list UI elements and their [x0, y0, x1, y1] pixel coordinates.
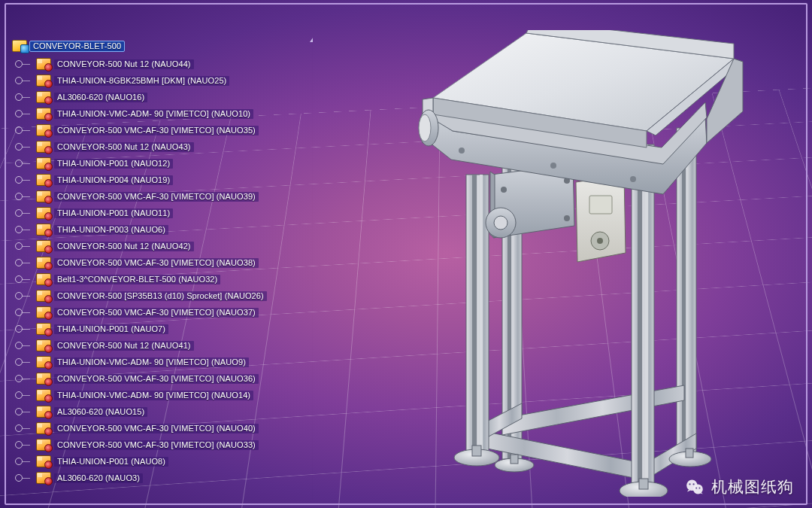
- tree-item-label: AL3060-620 (NAUO15): [54, 407, 147, 417]
- tree-item[interactable]: THIA-UNION-VMC-ADM- 90 [VIMETCO] (NAUO14…: [14, 387, 313, 403]
- tree-item-label: THIA-UNION-P004 (NAUO19): [54, 175, 173, 185]
- part-icon: [36, 174, 51, 186]
- tree-item-label: THIA-UNION-VMC-ADM- 90 [VIMETCO] (NAUO9): [54, 357, 249, 367]
- tree-item[interactable]: CONVEYOR-500 VMC-AF-30 [VIMETCO] (NAUO40…: [14, 420, 313, 437]
- wechat-icon: [684, 476, 705, 497]
- tree-root-node[interactable]: CONVEYOR-BLET-500: [12, 38, 313, 54]
- tree-item[interactable]: AL3060-620 (NAUO3): [14, 470, 313, 486]
- part-icon: [36, 75, 51, 87]
- tree-item[interactable]: THIA-UNION-VMC-ADM- 90 [VIMETCO] (NAUO9): [14, 354, 313, 370]
- tree-item[interactable]: THIA-UNION-VMC-ADM- 90 [VIMETCO] (NAUO10…: [14, 105, 313, 122]
- tree-connector: [14, 239, 33, 254]
- tree-connector: [14, 371, 33, 386]
- part-icon: [36, 389, 51, 401]
- tree-connector: [14, 139, 33, 154]
- svg-point-48: [689, 483, 690, 485]
- tree-item-label: THIA-UNION-P001 (NAUO8): [54, 457, 168, 467]
- tree-connector: [14, 288, 33, 303]
- tree-item[interactable]: CONVEYOR-500 Nut 12 (NAUO43): [14, 138, 313, 155]
- tree-connector: [14, 222, 33, 237]
- tree-connector: [14, 123, 33, 138]
- tree-item-label: AL3060-620 (NAUO16): [54, 93, 147, 102]
- tree-item-label: CONVEYOR-500 VMC-AF-30 [VIMETCO] (NAUO40…: [54, 424, 259, 433]
- tree-item[interactable]: CONVEYOR-500 VMC-AF-30 [VIMETCO] (NAUO37…: [14, 304, 313, 321]
- tree-item-label: THIA-UNION-P001 (NAUO11): [54, 208, 173, 218]
- tree-connector: [14, 156, 33, 171]
- tree-item[interactable]: AL3060-620 (NAUO15): [14, 403, 313, 420]
- part-icon: [36, 356, 51, 368]
- tree-item-label: THIA-UNION-8GBK25BMH [DKM] (NAUO25): [54, 76, 229, 86]
- tree-item[interactable]: CONVEYOR-500 VMC-AF-30 [VIMETCO] (NAUO33…: [14, 437, 313, 453]
- svg-point-49: [692, 483, 694, 485]
- tree-item-label: THIA-UNION-P001 (NAUO12): [54, 159, 173, 169]
- part-icon: [36, 91, 51, 103]
- tree-item[interactable]: THIA-UNION-P001 (NAUO8): [14, 453, 313, 470]
- tree-connector: [14, 321, 33, 336]
- tree-connector: [14, 305, 33, 320]
- tree-item[interactable]: THIA-UNION-P001 (NAUO11): [14, 205, 313, 221]
- watermark: 机械图纸狗: [684, 476, 794, 497]
- svg-point-51: [698, 487, 700, 488]
- part-icon: [36, 240, 51, 252]
- tree-item[interactable]: THIA-UNION-P004 (NAUO19): [14, 172, 313, 188]
- watermark-text: 机械图纸狗: [711, 476, 794, 497]
- tree-connector: [14, 437, 33, 452]
- tree-item[interactable]: AL3060-620 (NAUO16): [14, 89, 313, 105]
- tree-item-label: CONVEYOR-500 Nut 12 (NAUO44): [54, 59, 194, 69]
- tree-item[interactable]: CONVEYOR-500 VMC-AF-30 [VIMETCO] (NAUO35…: [14, 122, 313, 138]
- tree-item[interactable]: CONVEYOR-500 Nut 12 (NAUO42): [14, 238, 313, 254]
- tree-item[interactable]: CONVEYOR-500 Nut 12 (NAUO41): [14, 337, 313, 354]
- tree-item[interactable]: THIA-UNION-P003 (NAUO6): [14, 221, 313, 238]
- tree-connector: [14, 90, 33, 105]
- tree-connector: [14, 272, 33, 287]
- part-icon: [36, 273, 51, 285]
- tree-item-label: CONVEYOR-500 Nut 12 (NAUO41): [54, 341, 194, 351]
- part-icon: [36, 323, 51, 335]
- tree-item-label: THIA-UNION-VMC-ADM- 90 [VIMETCO] (NAUO10…: [54, 109, 253, 119]
- svg-point-50: [695, 487, 697, 488]
- tree-item[interactable]: Belt1-3^CONVEYOR-BLET-500 (NAUO32): [14, 271, 313, 287]
- tree-item-label: CONVEYOR-500 VMC-AF-30 [VIMETCO] (NAUO35…: [54, 126, 259, 135]
- part-icon: [36, 124, 51, 136]
- tree-item[interactable]: THIA-UNION-P001 (NAUO12): [14, 155, 313, 172]
- part-icon: [36, 339, 51, 351]
- tree-connector: [14, 73, 33, 88]
- tree-connector: [14, 205, 33, 221]
- part-icon: [36, 190, 51, 202]
- tree-item-label: CONVEYOR-500 VMC-AF-30 [VIMETCO] (NAUO38…: [54, 258, 259, 268]
- tree-item-label: CONVEYOR-500 [SP35B13 (d10) Sprocket] (N…: [54, 291, 267, 301]
- cad-3d-viewport[interactable]: CONVEYOR-BLET-500 CONVEYOR-500 Nut 12 (N…: [0, 0, 812, 508]
- tree-item-label: CONVEYOR-500 Nut 12 (NAUO43): [54, 142, 194, 152]
- part-icon: [36, 257, 51, 269]
- tree-connector: [14, 454, 33, 469]
- tree-connector: [14, 354, 33, 370]
- tree-item[interactable]: THIA-UNION-P001 (NAUO7): [14, 321, 313, 337]
- tree-item-label: CONVEYOR-500 VMC-AF-30 [VIMETCO] (NAUO36…: [54, 374, 259, 384]
- part-icon: [36, 207, 51, 219]
- tree-item[interactable]: CONVEYOR-500 [SP35B13 (d10) Sprocket] (N…: [14, 287, 313, 304]
- part-icon: [36, 290, 51, 302]
- tree-item[interactable]: CONVEYOR-500 Nut 12 (NAUO44): [14, 56, 313, 72]
- part-icon: [36, 455, 51, 467]
- part-icon: [36, 224, 51, 236]
- tree-item-label: CONVEYOR-500 VMC-AF-30 [VIMETCO] (NAUO33…: [54, 440, 259, 450]
- tree-item-label: THIA-UNION-VMC-ADM- 90 [VIMETCO] (NAUO14…: [54, 391, 253, 400]
- tree-connector: [14, 470, 33, 485]
- tree-connector: [14, 404, 33, 419]
- svg-marker-40: [526, 30, 734, 59]
- specification-tree[interactable]: CONVEYOR-BLET-500 CONVEYOR-500 Nut 12 (N…: [12, 38, 313, 504]
- tree-item-label: CONVEYOR-500 Nut 12 (NAUO42): [54, 242, 194, 251]
- tree-item-label: CONVEYOR-500 VMC-AF-30 [VIMETCO] (NAUO37…: [54, 308, 259, 318]
- product-icon: [12, 40, 27, 52]
- part-icon: [36, 58, 51, 70]
- tree-item[interactable]: CONVEYOR-500 VMC-AF-30 [VIMETCO] (NAUO36…: [14, 370, 313, 387]
- tree-item[interactable]: CONVEYOR-500 VMC-AF-30 [VIMETCO] (NAUO38…: [14, 254, 313, 271]
- tree-item[interactable]: THIA-UNION-8GBK25BMH [DKM] (NAUO25): [14, 72, 313, 89]
- part-icon: [36, 141, 51, 153]
- part-icon: [36, 157, 51, 169]
- tree-connector: [14, 255, 33, 270]
- part-icon: [36, 406, 51, 418]
- tree-item[interactable]: CONVEYOR-500 VMC-AF-30 [VIMETCO] (NAUO39…: [14, 188, 313, 205]
- tree-root-label: CONVEYOR-BLET-500: [30, 41, 124, 51]
- part-icon: [36, 373, 51, 385]
